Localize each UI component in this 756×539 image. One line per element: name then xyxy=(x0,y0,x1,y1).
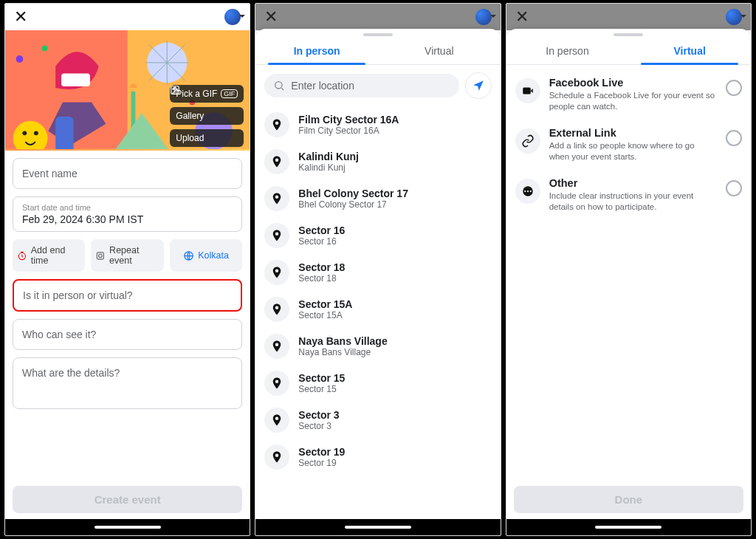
location-sub: Sector 18 xyxy=(298,273,345,284)
svg-point-16 xyxy=(42,45,48,51)
location-picker-panel: ✕ In person Virtual Enter location Film … xyxy=(255,3,501,536)
location-name: Sector 16 xyxy=(298,224,345,236)
option-title: External Link xyxy=(549,127,717,139)
location-name: Sector 18 xyxy=(298,261,345,273)
add-end-time-chip[interactable]: Add end time xyxy=(13,239,85,272)
svg-rect-21 xyxy=(97,252,104,258)
pin-icon xyxy=(264,149,289,174)
radio-button[interactable] xyxy=(726,80,742,96)
pin-icon xyxy=(264,444,289,470)
location-suggestion[interactable]: Bhel Colony Sector 17Bhel Colony Sector … xyxy=(264,180,491,217)
gallery-label: Gallery xyxy=(176,111,204,121)
location-suggestion[interactable]: Kalindi KunjKalindi Kunj xyxy=(264,143,491,180)
home-indicator[interactable] xyxy=(595,526,662,529)
location-suggestion[interactable]: Naya Bans VillageNaya Bans Village xyxy=(264,328,491,365)
virtual-option[interactable]: OtherInclude clear instructions in your … xyxy=(515,170,742,220)
pick-gif-button[interactable]: Pick a GIF GIF xyxy=(170,85,244,103)
location-name: Naya Bans Village xyxy=(298,335,387,347)
date-label: Start date and time xyxy=(22,203,233,212)
close-icon[interactable]: ✕ xyxy=(515,7,529,27)
pin-icon xyxy=(264,223,289,248)
done-button[interactable]: Done xyxy=(514,486,743,513)
option-title: Other xyxy=(549,177,717,189)
pin-icon xyxy=(264,260,289,285)
location-sub: Sector 15A xyxy=(298,310,352,320)
location-name: Sector 3 xyxy=(298,409,339,421)
location-sub: Sector 3 xyxy=(298,421,339,431)
svg-rect-12 xyxy=(74,109,88,115)
location-suggestion[interactable]: Sector 18Sector 18 xyxy=(264,254,491,291)
tab-virtual[interactable]: Virtual xyxy=(378,38,501,64)
pin-icon xyxy=(264,297,289,322)
svg-point-22 xyxy=(99,254,103,258)
home-indicator[interactable] xyxy=(94,526,161,529)
option-desc: Include clear instructions in your event… xyxy=(549,190,717,213)
tab-in-person[interactable]: In person xyxy=(255,38,378,64)
profile-avatar[interactable] xyxy=(475,9,492,25)
timezone-chip[interactable]: Kolkata xyxy=(170,239,242,272)
location-suggestion[interactable]: Sector 16Sector 16 xyxy=(264,217,491,254)
option-icon xyxy=(515,78,540,103)
gallery-button[interactable]: Gallery xyxy=(170,107,244,125)
tabs: In person Virtual xyxy=(255,38,500,65)
tab-virtual[interactable]: Virtual xyxy=(628,38,751,64)
location-suggestion[interactable]: Sector 19Sector 19 xyxy=(264,439,491,476)
topbar: ✕ xyxy=(255,4,500,30)
svg-rect-7 xyxy=(61,73,90,86)
nav-bar xyxy=(5,519,250,535)
pin-icon xyxy=(264,334,289,359)
svg-point-28 xyxy=(527,190,529,192)
location-name: Kalindi Kunj xyxy=(298,151,359,162)
pin-icon xyxy=(264,371,289,396)
location-name: Sector 15A xyxy=(298,298,352,310)
event-name-input[interactable]: Event name xyxy=(13,158,242,189)
svg-rect-11 xyxy=(55,117,73,149)
nav-bar xyxy=(506,519,751,535)
radio-button[interactable] xyxy=(726,180,742,196)
location-search-input[interactable]: Enter location xyxy=(264,74,458,97)
globe-icon xyxy=(183,250,194,261)
event-type-input[interactable]: Is it in person or virtual? xyxy=(13,279,242,312)
location-name: Film City Sector 16A xyxy=(298,114,399,126)
svg-point-9 xyxy=(22,131,27,135)
sheet-handle[interactable] xyxy=(614,33,643,36)
location-name: Bhel Colony Sector 17 xyxy=(298,188,408,199)
location-suggestion[interactable]: Film City Sector 16AFilm City Sector 16A xyxy=(264,106,491,143)
virtual-options-panel: ✕ In person Virtual Facebook LiveSchedul… xyxy=(506,3,752,536)
location-suggestion[interactable]: Sector 3Sector 3 xyxy=(264,402,491,439)
sheet-handle[interactable] xyxy=(363,33,393,36)
topbar: ✕ xyxy=(506,4,751,30)
location-name: Sector 19 xyxy=(298,446,345,458)
option-icon xyxy=(515,179,540,204)
profile-avatar[interactable] xyxy=(726,9,742,25)
current-location-button[interactable] xyxy=(465,72,492,99)
visibility-input[interactable]: Who can see it? xyxy=(13,319,242,350)
location-sub: Kalindi Kunj xyxy=(298,162,359,173)
home-indicator[interactable] xyxy=(345,526,411,529)
svg-point-10 xyxy=(34,131,38,135)
upload-label: Upload xyxy=(176,133,204,143)
upload-button[interactable]: Upload xyxy=(170,129,244,147)
svg-rect-25 xyxy=(523,88,531,95)
close-icon[interactable]: ✕ xyxy=(14,7,27,27)
radio-button[interactable] xyxy=(726,130,742,146)
virtual-option[interactable]: Facebook LiveSchedule a Facebook Live fo… xyxy=(515,69,742,120)
details-input[interactable]: What are the details? xyxy=(13,357,242,409)
option-desc: Schedule a Facebook Live for your event … xyxy=(549,90,717,112)
virtual-option[interactable]: External LinkAdd a link so people know w… xyxy=(515,120,742,170)
location-suggestion[interactable]: Sector 15ASector 15A xyxy=(264,291,491,328)
pin-icon xyxy=(264,112,289,137)
svg-point-24 xyxy=(275,82,282,89)
location-suggestion[interactable]: Sector 15Sector 15 xyxy=(264,365,491,402)
create-event-button[interactable]: Create event xyxy=(13,486,242,513)
start-date-input[interactable]: Start date and time Feb 29, 2024 6:30 PM… xyxy=(13,196,242,232)
upload-icon xyxy=(170,85,180,95)
gif-badge-icon: GIF xyxy=(221,89,238,98)
svg-point-27 xyxy=(524,190,526,192)
repeat-event-chip[interactable]: Repeat event xyxy=(91,239,163,272)
location-name: Sector 15 xyxy=(298,372,345,384)
close-icon[interactable]: ✕ xyxy=(264,7,278,27)
profile-avatar[interactable] xyxy=(224,9,241,25)
location-sub: Naya Bans Village xyxy=(298,347,387,357)
tab-in-person[interactable]: In person xyxy=(506,38,629,64)
